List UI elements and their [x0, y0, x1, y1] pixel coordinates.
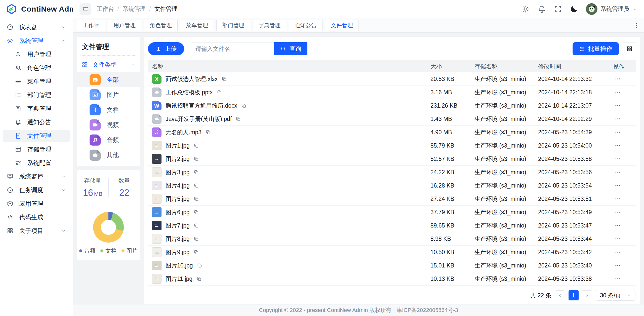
copy-icon[interactable] — [217, 90, 222, 95]
copy-icon[interactable] — [194, 223, 199, 228]
tab-dept-management[interactable]: 部门管理 — [216, 20, 250, 31]
file-type-section-toggle[interactable]: 文件类型 — [77, 56, 140, 72]
row-more-actions-button[interactable] — [613, 141, 622, 150]
copy-icon[interactable] — [194, 170, 199, 175]
notifications-button[interactable] — [538, 5, 546, 13]
copy-icon[interactable] — [194, 156, 199, 162]
copy-icon[interactable] — [194, 210, 199, 215]
row-more-actions-button[interactable] — [613, 75, 622, 83]
table-row[interactable]: 图片10.jpg 15.01 KB 生产环境 (s3_minio) 2024-0… — [148, 259, 636, 272]
tab-user-management[interactable]: 用户管理 — [108, 20, 141, 31]
file-type-image[interactable]: 图片 — [77, 87, 140, 102]
copy-icon[interactable] — [222, 76, 227, 82]
sidebar-item-file-management[interactable]: 文件管理 — [3, 130, 70, 142]
table-row[interactable]: 工作总结模板.pptx 3.16 MB 生产环境 (s3_minio) 2024… — [148, 86, 636, 99]
query-button[interactable]: 查询 — [274, 42, 307, 55]
row-more-actions-button[interactable] — [613, 168, 622, 176]
sidebar-item-about-project[interactable]: 关于项目 — [3, 225, 70, 237]
sidebar-item-system-config[interactable]: 系统配置 — [3, 157, 70, 169]
copy-icon[interactable] — [241, 103, 247, 108]
tab-role-management[interactable]: 角色管理 — [144, 20, 178, 31]
table-row[interactable]: 图片2.jpg 52.57 KB 生产环境 (s3_minio) 2024-05… — [148, 152, 636, 166]
sidebar-item-role-management[interactable]: 角色管理 — [3, 62, 70, 74]
sidebar-item-menu-management[interactable]: 菜单管理 — [3, 75, 70, 87]
tab-dict-management[interactable]: 字典管理 — [253, 20, 286, 31]
table-row[interactable]: 图片8.jpg 8.98 KB 生产环境 (s3_minio) 2024-05-… — [148, 232, 636, 246]
copy-icon[interactable] — [194, 143, 199, 148]
file-type-other[interactable]: 其他 — [77, 148, 140, 163]
file-type-document[interactable]: T 文档 — [77, 102, 140, 117]
tab-notice[interactable]: 通知公告 — [289, 20, 323, 31]
file-type-audio[interactable]: 音频 — [77, 132, 140, 148]
tab-menu-management[interactable]: 菜单管理 — [180, 20, 214, 31]
row-more-actions-button[interactable] — [613, 155, 622, 163]
next-page-button[interactable] — [582, 290, 592, 300]
table-row[interactable]: Java开发手册(黄山版).pdf 1.43 MB 生产环境 (s3_minio… — [148, 112, 636, 126]
row-more-actions-button[interactable] — [613, 235, 622, 243]
sidebar-collapse-button[interactable] — [79, 3, 91, 15]
row-more-actions-button[interactable] — [613, 195, 622, 203]
upload-button[interactable]: 上传 — [148, 42, 184, 55]
row-more-actions-button[interactable] — [613, 181, 622, 190]
tab-workbench[interactable]: 工作台 — [77, 20, 105, 31]
sidebar-item-label: 系统配置 — [27, 159, 51, 167]
grid-view-toggle-button[interactable] — [623, 42, 636, 55]
row-more-actions-button[interactable] — [613, 88, 622, 97]
copy-icon[interactable] — [197, 263, 202, 268]
sidebar-item-user-management[interactable]: 用户管理 — [3, 48, 70, 60]
sidebar-item-system-monitor[interactable]: 系统监控 — [3, 170, 70, 183]
sidebar-item-app-management[interactable]: 应用管理 — [3, 198, 70, 210]
search-input[interactable] — [191, 42, 274, 55]
table-row[interactable]: 图片11.jpg 10.13 KB 生产环境 (s3_minio) 2024-0… — [148, 272, 636, 286]
prev-page-button[interactable] — [555, 290, 565, 300]
breadcrumb-item[interactable]: 系统管理 — [123, 5, 146, 13]
breadcrumb-item[interactable]: 工作台 — [97, 5, 114, 13]
table-row[interactable]: 图片6.jpg 37.79 KB 生产环境 (s3_minio) 2024-05… — [148, 206, 636, 219]
table-row[interactable]: X 面试候选人管理.xlsx 20.53 KB 生产环境 (s3_minio) … — [148, 72, 636, 86]
image-thumbnail — [152, 141, 162, 150]
sidebar-item-storage-management[interactable]: 存储管理 — [3, 143, 70, 155]
table-row[interactable]: 图片9.jpg 10.50 KB 生产环境 (s3_minio) 2024-05… — [148, 246, 636, 259]
page-number-1[interactable]: 1 — [569, 290, 579, 300]
file-type-video[interactable]: 视频 — [77, 117, 140, 132]
table-row[interactable]: 图片5.jpg 27.24 KB 生产环境 (s3_minio) 2024-05… — [148, 192, 636, 206]
copy-icon[interactable] — [196, 276, 202, 282]
sidebar-item-code-generation[interactable]: 代码生成 — [3, 211, 70, 223]
user-menu[interactable]: 系统管理员 — [586, 3, 637, 15]
page-size-select[interactable]: 30 条/页 — [596, 290, 635, 301]
copy-icon[interactable] — [194, 250, 199, 255]
batch-operation-button[interactable]: 批量操作 — [573, 42, 619, 55]
tab-more-menu[interactable] — [633, 22, 640, 29]
row-more-actions-button[interactable] — [613, 275, 622, 283]
sidebar-item-task-schedule[interactable]: 任务调度 — [3, 184, 70, 196]
sidebar-item-dashboard[interactable]: 仪表盘 — [3, 21, 70, 33]
settings-button[interactable] — [521, 5, 530, 13]
row-more-actions-button[interactable] — [613, 261, 622, 270]
file-type-all[interactable]: 全部 — [77, 72, 140, 87]
fullscreen-button[interactable] — [554, 5, 562, 13]
copy-icon[interactable] — [194, 236, 199, 242]
row-more-actions-button[interactable] — [613, 101, 622, 110]
copy-icon[interactable] — [236, 116, 241, 122]
table-row[interactable]: 图片3.jpg 24.22 KB 生产环境 (s3_minio) 2024-05… — [148, 166, 636, 179]
copy-icon[interactable] — [194, 196, 199, 202]
table-row[interactable]: 图片7.jpg 89.65 KB 生产环境 (s3_minio) 2024-05… — [148, 219, 636, 232]
row-more-actions-button[interactable] — [613, 208, 622, 216]
table-row[interactable]: W 腾讯招聘官方通用简历.docx 231.26 KB 生产环境 (s3_min… — [148, 99, 636, 112]
sidebar-item-dict-management[interactable]: 字典管理 — [3, 103, 70, 115]
sidebar-item-system-management[interactable]: 系统管理 — [3, 35, 70, 47]
row-more-actions-button[interactable] — [613, 221, 622, 230]
copy-icon[interactable] — [194, 183, 199, 188]
table-row[interactable]: 图片1.jpg 85.79 KB 生产环境 (s3_minio) 2024-05… — [148, 139, 636, 152]
row-more-actions-button[interactable] — [613, 128, 622, 137]
table-row[interactable]: 无名的人.mp3 4.90 MB 生产环境 (s3_minio) 2024-05… — [148, 126, 636, 139]
sidebar-item-notice[interactable]: 通知公告 — [3, 116, 70, 128]
copy-icon[interactable] — [206, 130, 211, 135]
sidebar-item-dept-management[interactable]: 部门管理 — [3, 89, 70, 101]
row-more-actions-button[interactable] — [613, 248, 622, 256]
table-row[interactable]: 图片4.jpg 16.28 KB 生产环境 (s3_minio) 2024-05… — [148, 179, 636, 192]
tab-file-management[interactable]: 文件管理 — [325, 20, 359, 31]
dark-mode-button[interactable] — [570, 5, 578, 13]
row-more-actions-button[interactable] — [613, 115, 622, 123]
file-name: 无名的人.mp3 — [166, 128, 202, 136]
